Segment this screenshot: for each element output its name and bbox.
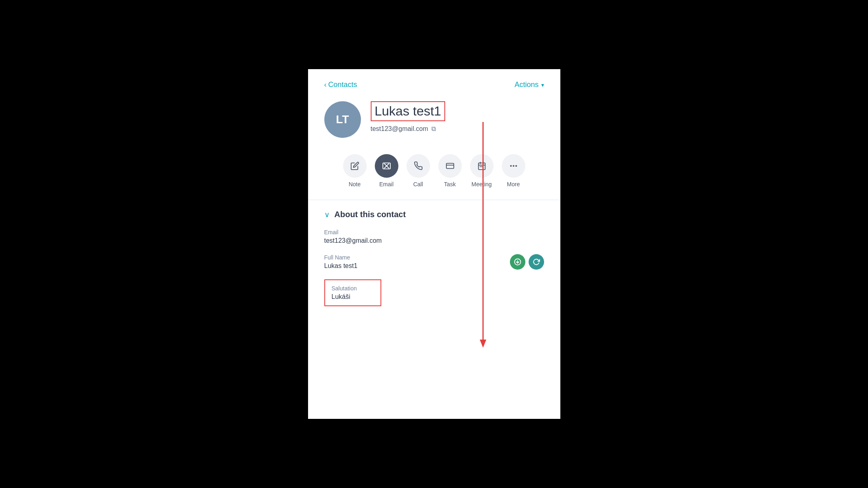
contact-email: test123@gmail.com bbox=[371, 125, 429, 133]
call-label: Call bbox=[413, 181, 423, 187]
note-action[interactable]: Note bbox=[343, 154, 367, 187]
task-action[interactable]: Task bbox=[438, 154, 462, 187]
actions-label: Actions bbox=[514, 81, 538, 89]
copy-email-icon[interactable]: ⧉ bbox=[431, 125, 436, 133]
email-field-label: Email bbox=[324, 229, 544, 235]
svg-marker-17 bbox=[480, 340, 486, 348]
about-chevron-icon[interactable]: ∨ bbox=[324, 210, 330, 219]
salutation-label: Salutation bbox=[332, 285, 374, 292]
back-link[interactable]: ‹ Contacts bbox=[324, 81, 357, 89]
more-button[interactable] bbox=[502, 154, 525, 178]
action-buttons-row: Note Email Call bbox=[308, 150, 560, 200]
refresh-action-icon[interactable] bbox=[529, 254, 544, 270]
more-label: More bbox=[507, 181, 520, 187]
email-field-group: Email test123@gmail.com bbox=[324, 229, 544, 244]
call-action[interactable]: Call bbox=[407, 154, 430, 187]
actions-button[interactable]: Actions ▾ bbox=[514, 81, 544, 89]
contact-email-row: test123@gmail.com ⧉ bbox=[371, 125, 544, 133]
contact-page: ‹ Contacts Actions ▾ LT Lukas test1 test… bbox=[308, 69, 560, 419]
avatar: LT bbox=[324, 101, 361, 138]
meeting-action[interactable]: Meeting bbox=[470, 154, 494, 187]
task-label: Task bbox=[444, 181, 456, 187]
actions-caret-icon: ▾ bbox=[541, 82, 544, 88]
full-name-row: Full Name Lukas test1 bbox=[324, 254, 544, 270]
more-action[interactable]: More bbox=[502, 154, 525, 187]
email-label: Email bbox=[379, 181, 394, 187]
email-field-value: test123@gmail.com bbox=[324, 237, 544, 244]
meeting-label: Meeting bbox=[472, 181, 492, 187]
back-chevron-icon: ‹ bbox=[324, 81, 327, 89]
full-name-actions bbox=[510, 254, 544, 270]
svg-point-13 bbox=[516, 166, 516, 166]
profile-info: Lukas test1 test123@gmail.com ⧉ bbox=[371, 101, 544, 133]
contact-name-box: Lukas test1 bbox=[371, 101, 446, 121]
about-header: ∨ About this contact bbox=[324, 210, 544, 219]
task-button[interactable] bbox=[438, 154, 462, 178]
email-button[interactable] bbox=[375, 154, 398, 178]
call-button[interactable] bbox=[407, 154, 430, 178]
contact-name: Lukas test1 bbox=[375, 104, 442, 118]
back-label: Contacts bbox=[328, 81, 357, 89]
svg-point-11 bbox=[510, 166, 511, 166]
profile-section: LT Lukas test1 test123@gmail.com ⧉ bbox=[308, 97, 560, 150]
salutation-box: Salutation Lukáši bbox=[324, 279, 381, 306]
svg-point-12 bbox=[513, 166, 514, 166]
salutation-value: Lukáši bbox=[332, 293, 374, 301]
about-title: About this contact bbox=[335, 210, 406, 219]
header: ‹ Contacts Actions ▾ bbox=[308, 69, 560, 97]
note-button[interactable] bbox=[343, 154, 367, 178]
full-name-left: Full Name Lukas test1 bbox=[324, 254, 358, 270]
email-action[interactable]: Email bbox=[375, 154, 398, 187]
full-name-value: Lukas test1 bbox=[324, 262, 358, 270]
import-action-icon[interactable] bbox=[510, 254, 525, 270]
svg-rect-3 bbox=[446, 163, 453, 169]
meeting-button[interactable] bbox=[470, 154, 494, 178]
note-label: Note bbox=[349, 181, 361, 187]
full-name-label: Full Name bbox=[324, 254, 358, 261]
full-name-field-group: Full Name Lukas test1 bbox=[324, 254, 544, 270]
about-section: ∨ About this contact Email test123@gmail… bbox=[308, 200, 560, 306]
salutation-field-group: Salutation Lukáši bbox=[324, 279, 544, 306]
